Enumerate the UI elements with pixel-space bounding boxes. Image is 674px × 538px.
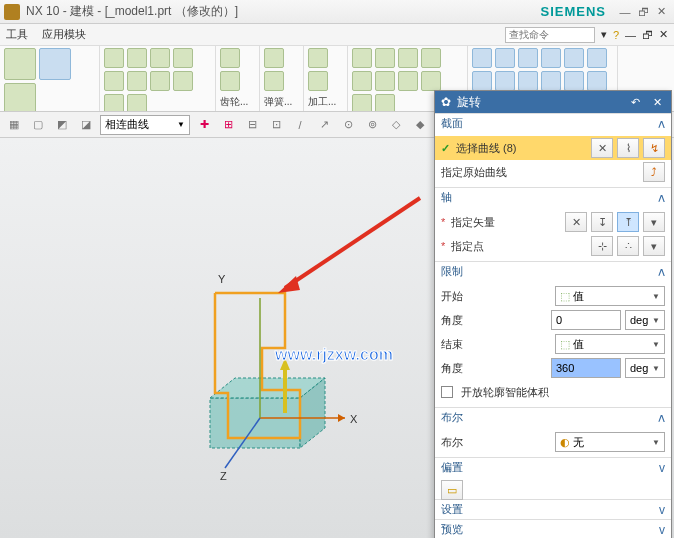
- select-face-icon[interactable]: ◪: [76, 115, 96, 135]
- ribbon-label-gear: 齿轮...: [220, 95, 255, 109]
- help-icon[interactable]: ?: [613, 29, 619, 41]
- ribbon-icon[interactable]: [375, 71, 395, 91]
- section-header-preview[interactable]: 预览 v: [435, 519, 671, 538]
- select-curve-row[interactable]: ✓ 选择曲线 (8) ✕ ⌇ ↯: [435, 136, 671, 160]
- ribbon-icon[interactable]: [352, 94, 372, 112]
- point-label: 指定点: [451, 239, 587, 254]
- ribbon-icon[interactable]: [173, 71, 193, 91]
- orig-curve-button[interactable]: ⤴: [643, 162, 665, 182]
- chevron-down-icon: v: [659, 503, 665, 517]
- end-type-select[interactable]: ⬚ 值▼: [555, 334, 665, 354]
- vector-constructor-button[interactable]: ↧: [591, 212, 613, 232]
- ribbon-icon[interactable]: [518, 48, 538, 68]
- ribbon-icon[interactable]: [587, 71, 607, 91]
- ribbon-icon[interactable]: [421, 48, 441, 68]
- select-body-icon[interactable]: ◩: [52, 115, 72, 135]
- inner-close-button[interactable]: ✕: [659, 28, 668, 41]
- ribbon-icon[interactable]: [127, 71, 147, 91]
- dialog-title-bar[interactable]: ✿ 旋转 ↶ ✕: [435, 91, 671, 113]
- ribbon-icon[interactable]: [421, 71, 441, 91]
- orig-curve-label: 指定原始曲线: [441, 165, 639, 180]
- inner-restore-button[interactable]: 🗗: [642, 29, 653, 41]
- search-dropdown-icon[interactable]: ▾: [601, 28, 607, 41]
- close-button[interactable]: ✕: [652, 5, 670, 18]
- ribbon-icon[interactable]: [104, 71, 124, 91]
- ribbon-icon[interactable]: [375, 94, 395, 112]
- ribbon-icon[interactable]: [308, 48, 328, 68]
- gear-icon: ✿: [441, 95, 451, 109]
- ribbon-icon[interactable]: [375, 48, 395, 68]
- ribbon-icon[interactable]: [398, 71, 418, 91]
- ribbon-icon[interactable]: [495, 48, 515, 68]
- open-profile-label: 开放轮廓智能体积: [461, 385, 665, 400]
- end-angle-unit[interactable]: deg▼: [625, 358, 665, 378]
- ribbon-icon[interactable]: [220, 71, 240, 91]
- restore-button[interactable]: 🗗: [634, 6, 652, 18]
- dialog-close-icon[interactable]: ✕: [649, 96, 665, 109]
- ribbon-icon[interactable]: [541, 48, 561, 68]
- chevron-up-icon: ʌ: [658, 191, 665, 205]
- open-profile-checkbox[interactable]: [441, 386, 453, 398]
- section-header-axis[interactable]: 轴 ʌ: [435, 187, 671, 207]
- menu-tools[interactable]: 工具: [6, 27, 28, 42]
- dialog-undo-icon[interactable]: ↶: [627, 96, 643, 109]
- ribbon-icon[interactable]: [564, 48, 584, 68]
- curve-collector-button[interactable]: ↯: [643, 138, 665, 158]
- point-dropdown-button[interactable]: ▾: [643, 236, 665, 256]
- point-constructor-button[interactable]: ∴: [617, 236, 639, 256]
- ribbon-icon[interactable]: [127, 94, 147, 112]
- end-angle-input[interactable]: 360: [551, 358, 621, 378]
- section-header-settings[interactable]: 设置 v: [435, 499, 671, 519]
- ribbon-icon[interactable]: [104, 48, 124, 68]
- ribbon-icon[interactable]: [518, 71, 538, 91]
- ribbon-icon[interactable]: [472, 71, 492, 91]
- ribbon-icon[interactable]: [495, 71, 515, 91]
- section-header-section[interactable]: 截面 ʌ: [435, 113, 671, 133]
- sketch-section-button[interactable]: ✕: [591, 138, 613, 158]
- offset-icon[interactable]: ▭: [441, 480, 463, 500]
- ribbon-icon[interactable]: [150, 71, 170, 91]
- minimize-button[interactable]: —: [616, 6, 634, 18]
- menu-bar: 工具 应用模块 ▾ ? — 🗗 ✕: [0, 24, 674, 46]
- inner-minimize-button[interactable]: —: [625, 29, 636, 41]
- curve-icon-button[interactable]: ⌇: [617, 138, 639, 158]
- start-angle-input[interactable]: 0: [551, 310, 621, 330]
- select-rect-icon[interactable]: ▢: [28, 115, 48, 135]
- curve-rule-select[interactable]: 相连曲线 ▼: [100, 115, 190, 135]
- ribbon-icon[interactable]: [104, 94, 124, 112]
- ribbon-icon[interactable]: [220, 48, 240, 68]
- section-header-boolean[interactable]: 布尔 ʌ: [435, 407, 671, 427]
- menu-app-module[interactable]: 应用模块: [42, 27, 86, 42]
- boolean-select[interactable]: ◐ 无▼: [555, 432, 665, 452]
- ribbon-icon[interactable]: [173, 48, 193, 68]
- ribbon-icon[interactable]: [264, 71, 284, 91]
- start-type-select[interactable]: ⬚ 值▼: [555, 286, 665, 306]
- more-icon[interactable]: [39, 48, 71, 80]
- modeling-icon[interactable]: [4, 48, 36, 80]
- start-angle-unit[interactable]: deg▼: [625, 310, 665, 330]
- section-header-limits[interactable]: 限制 ʌ: [435, 261, 671, 281]
- ribbon-icon[interactable]: [587, 48, 607, 68]
- ribbon-icon[interactable]: [398, 48, 418, 68]
- ribbon-icon[interactable]: [308, 71, 328, 91]
- ribbon-icon[interactable]: [352, 71, 372, 91]
- surface-icon[interactable]: [4, 83, 36, 112]
- required-icon: *: [441, 240, 445, 252]
- axis-y-label: Y: [218, 273, 225, 285]
- ribbon-icon[interactable]: [564, 71, 584, 91]
- search-input[interactable]: [505, 27, 595, 43]
- specify-vector-row: * 指定矢量 ✕ ↧ ⤒ ▾: [441, 210, 665, 234]
- ribbon-icon[interactable]: [541, 71, 561, 91]
- ribbon-icon[interactable]: [127, 48, 147, 68]
- angle2-label: 角度: [441, 361, 547, 376]
- ribbon-icon[interactable]: [264, 48, 284, 68]
- vector-dropdown-button[interactable]: ▾: [643, 212, 665, 232]
- point-dialog-button[interactable]: ⊹: [591, 236, 613, 256]
- filter-icon[interactable]: ▦: [4, 115, 24, 135]
- vector-inferred-button[interactable]: ⤒: [617, 212, 639, 232]
- ribbon-icon[interactable]: [150, 48, 170, 68]
- section-header-offset[interactable]: 偏置 v: [435, 457, 671, 477]
- ribbon-icon[interactable]: [352, 48, 372, 68]
- vector-dialog-button[interactable]: ✕: [565, 212, 587, 232]
- ribbon-icon[interactable]: [472, 48, 492, 68]
